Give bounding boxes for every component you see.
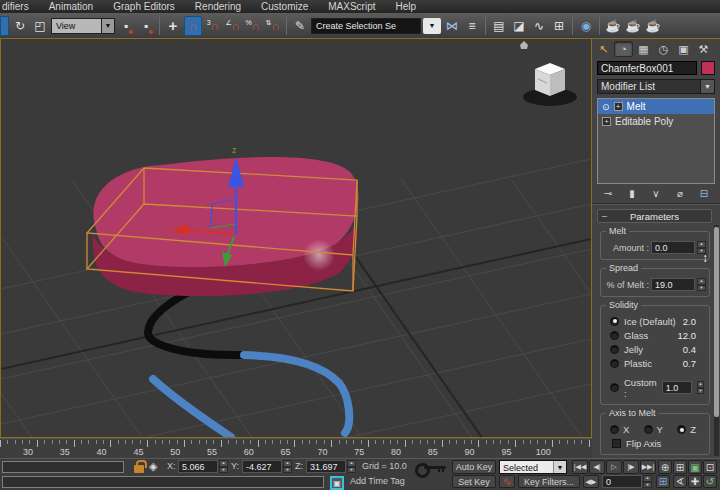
x-spinner[interactable]: ▲▼ [219, 460, 228, 473]
angle-snap-icon[interactable]: ∠∩ [224, 16, 242, 36]
make-unique-icon[interactable]: ∨ [648, 188, 664, 199]
radio-button[interactable] [677, 425, 686, 434]
expand-icon[interactable]: + [602, 117, 611, 126]
tube-blue-segment-2[interactable] [153, 379, 231, 437]
rotate-icon[interactable]: ↻ [11, 16, 29, 36]
collapse-icon[interactable]: – [602, 211, 607, 221]
menu-item-rendering[interactable]: Rendering [186, 0, 250, 13]
reference-coordinate-dropdown[interactable]: View ▼ [51, 18, 115, 34]
orbit-icon[interactable]: ↺ [703, 475, 717, 488]
menu-item-graph-editors[interactable]: Graph Editors [104, 0, 184, 13]
go-to-end-icon[interactable]: ▶▶| [640, 460, 656, 474]
status-line-field[interactable] [2, 461, 124, 473]
chevron-down-icon[interactable]: ▼ [700, 80, 714, 93]
previous-frame-icon[interactable]: ◀| [589, 460, 605, 474]
pan-icon[interactable]: ✚ [688, 475, 702, 488]
menu-item-maxscript[interactable]: MAXScript [319, 0, 384, 13]
z-coordinate-field[interactable]: 31.697 [306, 460, 346, 473]
zoom-extents-icon[interactable]: ▣ [688, 460, 702, 474]
play-icon[interactable]: ▷ [606, 460, 622, 474]
selection-set-dropdown[interactable]: Create Selection Se [311, 18, 421, 34]
keyboard-override-icon[interactable]: ▪ [137, 16, 155, 36]
auto-key-button[interactable]: Auto Key [452, 460, 496, 474]
custom-spinner[interactable]: ▲▼ [697, 381, 704, 394]
zoom-all-icon[interactable]: ⊞ [673, 460, 687, 474]
configure-sets-icon[interactable]: ⊟ [696, 188, 712, 199]
set-key-button[interactable]: Set Key [452, 475, 496, 488]
move-icon[interactable]: + [164, 16, 182, 36]
stack-row-editable-poly[interactable]: +Editable Poly [598, 114, 714, 129]
modifier-stack[interactable]: ⊙+Melt+Editable Poly [597, 98, 715, 184]
radio-button[interactable] [610, 317, 619, 326]
perspective-viewport[interactable]: z [0, 38, 592, 438]
z-spinner[interactable]: ▲▼ [347, 460, 356, 473]
chevron-down-icon[interactable]: ▼ [101, 19, 114, 33]
scrollbar-thumb[interactable] [714, 227, 719, 417]
snap-toggle-icon[interactable]: ∩ [184, 16, 202, 36]
y-spinner[interactable]: ▲▼ [283, 460, 292, 473]
mirror-icon[interactable]: ⋈ [443, 16, 461, 36]
bulb-icon[interactable]: ⊙ [602, 102, 610, 112]
dropdown-arrow-icon[interactable]: ▼ [423, 18, 441, 34]
stack-row-melt[interactable]: ⊙+Melt [598, 99, 714, 114]
next-frame-icon[interactable]: |▶ [623, 460, 639, 474]
curve-editor-icon[interactable]: ∿ [530, 16, 548, 36]
modifier-list-dropdown[interactable]: Modifier List ▼ [597, 79, 715, 94]
display-tab-icon[interactable]: ▣ [674, 41, 693, 57]
custom-field[interactable]: 1.0 [662, 381, 692, 394]
pct-melt-field[interactable]: 19.0 [651, 278, 695, 291]
align-icon[interactable]: ≡ [463, 16, 481, 36]
render-setup-icon[interactable]: ☕ [604, 16, 622, 36]
manipulate-icon[interactable]: ▪ [117, 16, 135, 36]
show-end-result-icon[interactable]: ▮ [624, 188, 640, 199]
material-editor-icon[interactable]: ◉ [577, 16, 595, 36]
pin-stack-icon[interactable]: ⊸ [600, 188, 616, 199]
object-color-swatch[interactable] [701, 61, 715, 75]
menu-item-animation[interactable]: Animation [40, 0, 102, 13]
schematic-view-icon[interactable]: ⊞ [550, 16, 568, 36]
expand-icon[interactable]: + [614, 102, 623, 111]
select-move-button[interactable] [0, 16, 9, 36]
current-frame-field[interactable]: 0 [602, 475, 642, 488]
utilities-tab-icon[interactable]: ⚒ [694, 41, 713, 57]
flip-axis-checkbox[interactable] [612, 439, 621, 448]
motion-tab-icon[interactable]: ◷ [654, 41, 673, 57]
key-mode-toggle[interactable]: ◀▶ [583, 475, 599, 488]
modify-tab-icon[interactable]: ◔ [614, 41, 633, 57]
radio-button[interactable] [644, 425, 653, 434]
frame-spinner[interactable]: ▲▼ [643, 475, 652, 488]
viewcube[interactable] [520, 41, 577, 106]
custom-radio[interactable] [610, 383, 619, 392]
create-tab-icon[interactable]: ↖ [594, 41, 613, 57]
key-filters-button[interactable]: Key Filters... [518, 475, 580, 488]
object-name-field[interactable]: ChamferBox001 [597, 61, 697, 75]
menu-item-customize[interactable]: Customize [252, 0, 317, 13]
snap-3d-icon[interactable]: 3∩ [204, 16, 222, 36]
pct-melt-spinner[interactable]: ▲▼ [697, 278, 706, 291]
gizmo-toggle-icon[interactable]: ◈ [149, 460, 157, 473]
hierarchy-tab-icon[interactable]: ▦ [634, 41, 653, 57]
radio-button[interactable] [610, 345, 619, 354]
y-coordinate-field[interactable]: -4.627 [242, 460, 282, 473]
container-icon[interactable]: ◪ [510, 16, 528, 36]
scale-icon[interactable]: ◰ [31, 16, 49, 36]
menu-item-difiers[interactable]: difiers [0, 0, 38, 13]
time-config-icon[interactable]: ⊞ [656, 475, 670, 488]
viewcube-home-icon[interactable] [520, 41, 528, 49]
percent-snap-icon[interactable]: %∩ [244, 16, 262, 36]
zoom-icon[interactable]: ⊕ [658, 460, 672, 474]
rendered-frame-icon[interactable]: ☕ [624, 16, 642, 36]
go-to-start-icon[interactable]: |◀◀ [572, 460, 588, 474]
tube-black-segment[interactable] [148, 286, 244, 355]
chevron-down-icon[interactable]: ▼ [553, 461, 566, 473]
parameters-rollout[interactable]: – Parameters [597, 209, 712, 223]
key-filter-curve-icon[interactable]: ∿ [499, 475, 515, 488]
radio-button[interactable] [610, 425, 619, 434]
panel-scrollbar[interactable] [714, 225, 719, 456]
zoom-extents-all-icon[interactable]: ⊡ [703, 460, 717, 474]
amount-field[interactable]: 0.0 [651, 241, 695, 254]
add-time-tag[interactable]: Add Time Tag [350, 475, 405, 488]
radio-button[interactable] [610, 331, 619, 340]
spinner-snap-icon[interactable]: ⇅∩ [264, 16, 282, 36]
isolate-icon[interactable]: ▣ [330, 476, 344, 490]
